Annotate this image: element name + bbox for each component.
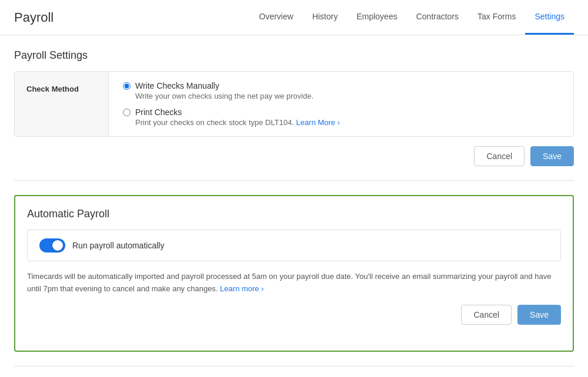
nav-tab-employees[interactable]: Employees bbox=[347, 0, 406, 35]
auto-payroll-toggle-row: Run payroll automatically bbox=[27, 230, 561, 261]
automatic-payroll-section: Automatic Payroll Run payroll automatica… bbox=[14, 195, 574, 352]
print-checks-label[interactable]: Print Checks Print your checks on check … bbox=[123, 107, 559, 127]
payroll-settings-actions: Cancel Save bbox=[14, 146, 574, 166]
nav-tab-contractors[interactable]: Contractors bbox=[407, 0, 468, 35]
write-checks-sub: Write your own checks using the net pay … bbox=[135, 92, 313, 100]
auto-payroll-save-button[interactable]: Save bbox=[517, 305, 561, 325]
auto-payroll-info: Timecards will be automatically imported… bbox=[27, 271, 561, 295]
page-title: Payroll bbox=[14, 10, 54, 25]
write-checks-label[interactable]: Write Checks Manually Write your own che… bbox=[123, 81, 559, 100]
print-checks-text: Print Checks bbox=[135, 107, 340, 117]
write-checks-radio[interactable] bbox=[123, 82, 131, 90]
auto-payroll-label: Run payroll automatically bbox=[72, 241, 164, 250]
auto-payroll-learn-more[interactable]: Learn more › bbox=[220, 284, 263, 293]
payroll-settings-cancel-button[interactable]: Cancel bbox=[474, 146, 524, 166]
auto-payroll-slider bbox=[39, 238, 65, 253]
check-method-card: Check Method Write Checks Manually Write… bbox=[14, 71, 574, 137]
write-checks-text: Write Checks Manually bbox=[135, 81, 313, 90]
check-method-options: Write Checks Manually Write your own che… bbox=[109, 72, 573, 136]
nav-tab-history[interactable]: History bbox=[303, 0, 348, 35]
check-method-label: Check Method bbox=[15, 72, 109, 136]
payroll-settings-section: Payroll Settings Check Method Write Chec… bbox=[14, 49, 574, 181]
payroll-settings-title: Payroll Settings bbox=[14, 49, 574, 62]
check-method-row: Check Method Write Checks Manually Write… bbox=[15, 72, 573, 136]
main-content: Payroll Settings Check Method Write Chec… bbox=[0, 35, 588, 377]
automatic-payroll-title: Automatic Payroll bbox=[27, 208, 561, 220]
auto-payroll-cancel-button[interactable]: Cancel bbox=[461, 305, 512, 325]
section-divider-2 bbox=[14, 366, 574, 366]
nav-tabs: OverviewHistoryEmployeesContractorsTax F… bbox=[250, 0, 574, 35]
learn-more-link[interactable]: Learn More › bbox=[296, 118, 340, 127]
write-checks-option[interactable]: Write Checks Manually Write your own che… bbox=[123, 81, 559, 100]
nav-tab-tax-forms[interactable]: Tax Forms bbox=[468, 0, 525, 35]
auto-payroll-actions: Cancel Save bbox=[27, 305, 561, 325]
auto-payroll-toggle[interactable] bbox=[39, 238, 65, 253]
section-divider-1 bbox=[14, 180, 574, 181]
print-checks-sub: Print your checks on check stock type DL… bbox=[135, 118, 340, 127]
nav-tab-overview[interactable]: Overview bbox=[250, 0, 303, 35]
print-checks-option[interactable]: Print Checks Print your checks on check … bbox=[123, 107, 559, 127]
header: Payroll OverviewHistoryEmployeesContract… bbox=[0, 0, 588, 35]
print-checks-radio[interactable] bbox=[123, 109, 131, 116]
nav-tab-settings[interactable]: Settings bbox=[525, 0, 574, 35]
payroll-settings-save-button[interactable]: Save bbox=[530, 146, 574, 166]
